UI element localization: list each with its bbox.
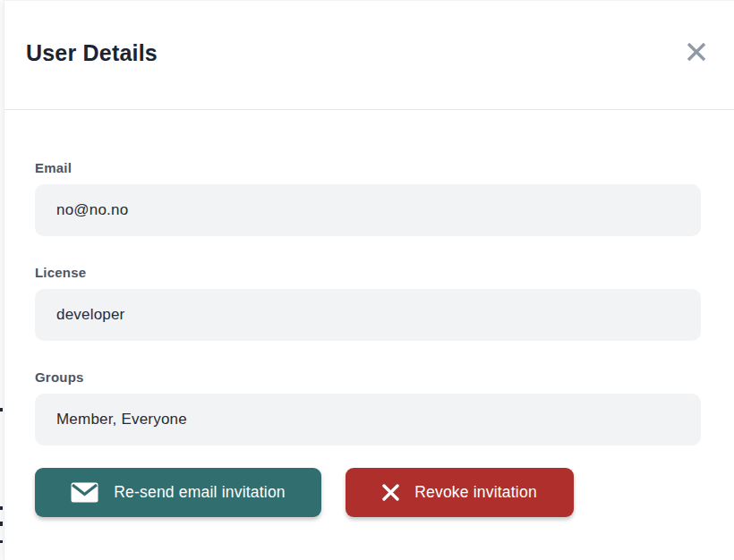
groups-label: Groups	[35, 369, 704, 385]
license-field[interactable]: developer	[35, 289, 701, 341]
license-label: License	[35, 265, 704, 280]
modal-header: User Details	[4, 1, 734, 110]
x-icon	[382, 484, 399, 501]
background-text-fragment	[0, 540, 3, 543]
envelope-icon	[71, 482, 98, 503]
close-icon	[685, 40, 708, 64]
email-label: Email	[35, 160, 704, 175]
license-field-group: License developer	[35, 265, 704, 341]
groups-field[interactable]: Member, Everyone	[35, 394, 701, 445]
revoke-invitation-button[interactable]: Revoke invitation	[346, 468, 574, 517]
close-button[interactable]	[684, 39, 709, 64]
user-details-modal: User Details Email no@no.no License deve…	[4, 0, 734, 560]
background-text-fragment	[0, 522, 3, 526]
revoke-invitation-label: Revoke invitation	[414, 483, 537, 502]
action-button-row: Re-send email invitation Revoke invitati…	[35, 468, 704, 517]
email-field[interactable]: no@no.no	[35, 184, 701, 236]
background-text-fragment	[0, 408, 3, 412]
resend-invitation-label: Re-send email invitation	[114, 483, 286, 502]
background-text-fragment	[0, 506, 3, 510]
modal-title: User Details	[26, 40, 158, 66]
modal-body: Email no@no.no License developer Groups …	[4, 110, 734, 517]
resend-invitation-button[interactable]: Re-send email invitation	[35, 468, 321, 517]
email-field-group: Email no@no.no	[35, 160, 704, 236]
groups-field-group: Groups Member, Everyone	[35, 369, 704, 445]
